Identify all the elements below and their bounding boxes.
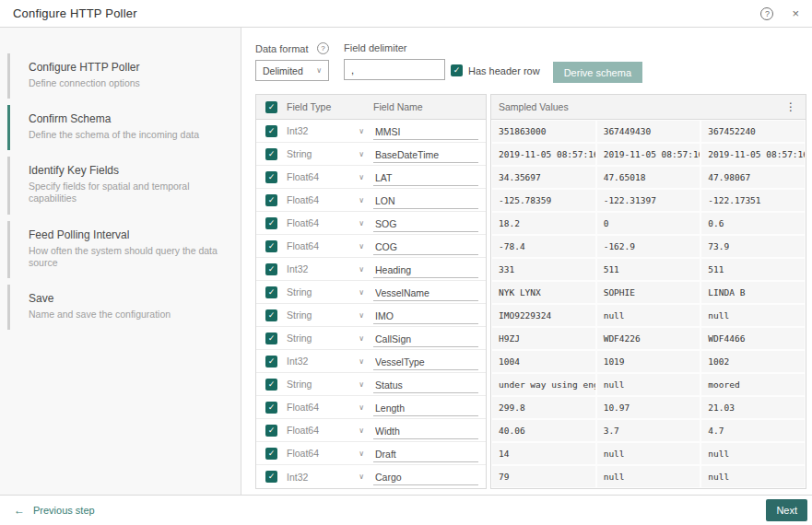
data-format-help-icon[interactable]: ? [317, 42, 329, 54]
field-delimiter-input[interactable] [344, 59, 445, 80]
field-type-cell[interactable]: Float64 ∨ [287, 171, 373, 182]
sampled-value-cell: 34.35697 [492, 167, 595, 188]
field-type-cell[interactable]: Int32 ∨ [287, 263, 373, 274]
sampled-value-cell: 511 [701, 259, 805, 280]
field-name-input[interactable] [373, 263, 478, 278]
sampled-value-cell: null [597, 374, 700, 395]
step-subtitle: Define connection options [29, 77, 224, 89]
field-name-cell [373, 468, 486, 485]
field-name-input[interactable] [373, 240, 478, 255]
has-header-row-toggle[interactable]: ✓ Has header row [451, 64, 540, 76]
field-checkbox[interactable]: ✓ [265, 471, 277, 483]
sidebar-step[interactable]: Configure HTTP Poller Define connection … [7, 53, 231, 99]
sampled-value-cell: null [597, 466, 700, 487]
field-name-input[interactable] [373, 471, 478, 485]
field-checkbox[interactable]: ✓ [265, 240, 277, 252]
field-checkbox[interactable]: ✓ [265, 194, 277, 206]
field-type-cell[interactable]: Float64 ∨ [287, 402, 373, 413]
main-panel: Data format ? Delimited ∨ Field delimite… [241, 28, 812, 495]
field-name-input[interactable] [373, 171, 478, 186]
field-checkbox[interactable]: ✓ [265, 217, 277, 229]
field-checkbox[interactable]: ✓ [265, 309, 277, 321]
kebab-menu-icon[interactable]: ⋮ [783, 100, 798, 113]
field-name-input[interactable] [373, 332, 478, 347]
field-type-cell[interactable]: String ∨ [287, 332, 373, 344]
select-all-checkbox[interactable]: ✓ [265, 101, 277, 113]
field-checkbox-cell: ✓ [256, 148, 287, 160]
field-type-value: Float64 [287, 217, 319, 228]
field-checkbox[interactable]: ✓ [265, 448, 277, 460]
field-type-cell[interactable]: String ∨ [287, 379, 373, 390]
field-type-cell[interactable]: Float64 ∨ [287, 448, 373, 459]
field-type-cell[interactable]: Int32 ∨ [287, 356, 373, 367]
chevron-down-icon: ∨ [359, 311, 364, 320]
chevron-down-icon: ∨ [359, 380, 364, 389]
field-type-cell[interactable]: Float64 ∨ [287, 240, 373, 251]
field-row: ✓ String ∨ [256, 327, 486, 350]
field-type-cell[interactable]: Float64 ∨ [287, 425, 373, 436]
field-type-cell[interactable]: Int32 ∨ [287, 125, 373, 136]
field-type-cell[interactable]: String ∨ [287, 148, 373, 159]
field-name-input[interactable] [373, 379, 478, 393]
sampled-values-label: Sampled Values [499, 101, 569, 112]
field-checkbox[interactable]: ✓ [265, 356, 277, 368]
previous-step-link[interactable]: ← Previous step [14, 504, 95, 517]
sampled-value-cell: 10.97 [597, 397, 700, 418]
field-checkbox[interactable]: ✓ [265, 148, 277, 160]
close-icon[interactable]: × [792, 7, 799, 19]
step-title: Confirm Schema [29, 112, 224, 125]
sampled-row: 40.06 3.7 4.7 [491, 419, 806, 442]
schema-table: ✓ Field Type Field Name ✓ Int32 ∨ [255, 94, 812, 489]
field-type-cell[interactable]: Int32 ∨ [287, 472, 373, 483]
sampled-value-cell: null [597, 443, 700, 464]
field-name-input[interactable] [373, 194, 478, 209]
sidebar-step[interactable]: Save Name and save the configuration [7, 285, 231, 330]
step-title: Identify Key Fields [29, 164, 224, 177]
field-type-cell[interactable]: String ∨ [287, 309, 373, 321]
field-name-input[interactable] [373, 309, 478, 324]
select-all-cell: ✓ [256, 101, 287, 113]
field-name-cell [373, 146, 486, 163]
field-name-input[interactable] [373, 217, 478, 232]
field-type-cell[interactable]: Float64 ∨ [287, 217, 373, 228]
field-type-cell[interactable]: Float64 ∨ [287, 194, 373, 205]
field-checkbox[interactable]: ✓ [265, 286, 277, 298]
field-checkbox[interactable]: ✓ [265, 125, 277, 137]
step-subtitle: Name and save the configuration [29, 309, 224, 321]
field-name-cell [373, 284, 486, 301]
derive-schema-button[interactable]: Derive schema [553, 62, 642, 83]
field-row: ✓ Float64 ∨ [256, 396, 486, 419]
next-button[interactable]: Next [766, 499, 807, 521]
field-name-input[interactable] [373, 448, 478, 462]
field-name-cell [373, 261, 486, 278]
sampled-value-cell: 0 [597, 213, 700, 234]
field-name-input[interactable] [373, 286, 478, 301]
field-type-cell[interactable]: String ∨ [287, 286, 373, 298]
sidebar-step[interactable]: Feed Polling Interval How often the syst… [7, 221, 231, 278]
has-header-row-checkbox[interactable]: ✓ [451, 64, 463, 76]
sidebar-step[interactable]: Confirm Schema Define the schema of the … [7, 105, 231, 150]
field-name-input[interactable] [373, 148, 478, 163]
field-name-input[interactable] [373, 125, 478, 140]
step-subtitle: Define the schema of the incoming data [29, 129, 224, 141]
field-name-input[interactable] [373, 402, 478, 416]
field-checkbox[interactable]: ✓ [265, 332, 277, 344]
field-row: ✓ String ∨ [256, 373, 486, 396]
sidebar-step[interactable]: Identify Key Fields Specify fields for s… [7, 157, 231, 214]
field-checkbox[interactable]: ✓ [265, 171, 277, 183]
field-checkbox[interactable]: ✓ [265, 425, 277, 437]
data-format-select[interactable]: Delimited ∨ [255, 60, 329, 81]
chevron-down-icon: ∨ [359, 472, 364, 481]
field-checkbox-cell: ✓ [256, 356, 287, 368]
field-name-input[interactable] [373, 425, 478, 439]
field-delimiter-label: Field delimiter [344, 42, 406, 53]
field-checkbox[interactable]: ✓ [265, 263, 277, 275]
field-name-input[interactable] [373, 356, 478, 370]
field-checkbox[interactable]: ✓ [265, 379, 277, 391]
sampled-value-cell: 511 [597, 259, 700, 280]
help-icon[interactable]: ? [760, 7, 773, 20]
field-checkbox-cell: ✓ [256, 263, 287, 275]
field-type-value: Float64 [287, 240, 319, 251]
field-checkbox[interactable]: ✓ [265, 402, 277, 414]
sampled-value-cell: 367452240 [701, 121, 805, 142]
